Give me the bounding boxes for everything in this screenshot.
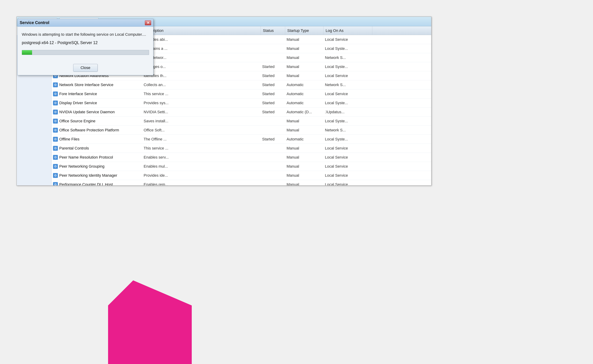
progress-bar-fill	[22, 50, 32, 55]
dialog-service-name: postgresql-x64-12 - PostgreSQL Server 12	[22, 40, 149, 45]
progress-bar-container	[22, 50, 149, 55]
dialog-titlebar: Service Control ✕	[18, 19, 153, 27]
dialog-message: Windows is attempting to start the follo…	[22, 32, 149, 37]
service-control-dialog: Service Control ✕ Windows is attempting …	[17, 19, 153, 75]
dialog-footer: Close	[18, 63, 153, 75]
dialog-close-button[interactable]: ✕	[145, 20, 151, 25]
dialog-close-btn-bottom[interactable]: Close	[73, 64, 98, 72]
dialog-overlay: Service Control ✕ Windows is attempting …	[0, 0, 593, 364]
dialog-title: Service Control	[20, 20, 49, 25]
dialog-body: Windows is attempting to start the follo…	[18, 27, 153, 63]
